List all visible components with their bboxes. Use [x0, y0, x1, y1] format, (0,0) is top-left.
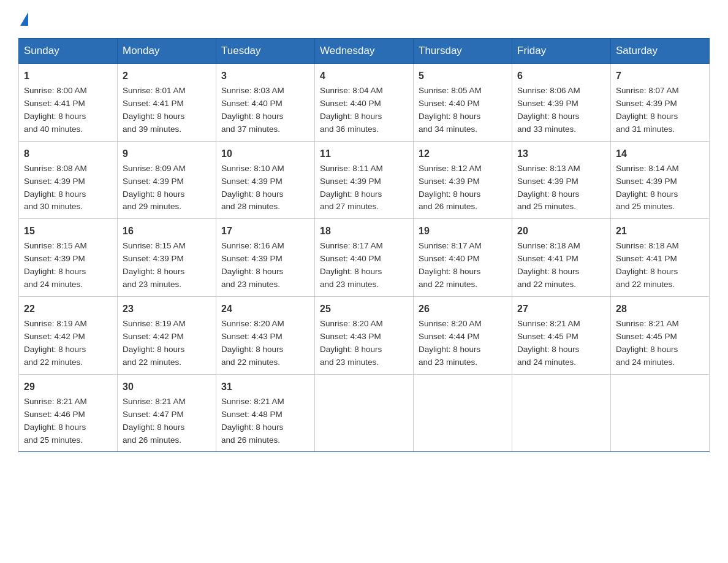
day-info: Sunrise: 8:10 AMSunset: 4:39 PMDaylight:…: [221, 164, 284, 212]
day-number: 15: [24, 224, 112, 239]
weekday-header-row: SundayMondayTuesdayWednesdayThursdayFrid…: [19, 39, 710, 64]
calendar-cell: 15 Sunrise: 8:15 AMSunset: 4:39 PMDaylig…: [19, 219, 118, 297]
day-info: Sunrise: 8:11 AMSunset: 4:39 PMDaylight:…: [320, 164, 383, 212]
weekday-header-friday: Friday: [512, 39, 611, 64]
calendar-week-2: 8 Sunrise: 8:08 AMSunset: 4:39 PMDayligh…: [19, 141, 710, 219]
calendar-cell: 13 Sunrise: 8:13 AMSunset: 4:39 PMDaylig…: [512, 141, 611, 219]
day-number: 21: [616, 224, 704, 239]
calendar-week-5: 29 Sunrise: 8:21 AMSunset: 4:46 PMDaylig…: [19, 374, 710, 452]
day-number: 9: [123, 147, 211, 161]
day-info: Sunrise: 8:06 AMSunset: 4:39 PMDaylight:…: [517, 86, 580, 134]
day-info: Sunrise: 8:04 AMSunset: 4:40 PMDaylight:…: [320, 86, 383, 134]
day-number: 10: [221, 147, 309, 161]
day-number: 28: [616, 302, 704, 316]
day-number: 4: [320, 69, 408, 83]
calendar-cell: 16 Sunrise: 8:15 AMSunset: 4:39 PMDaylig…: [118, 219, 216, 297]
day-number: 1: [24, 69, 112, 83]
calendar-cell: [512, 374, 611, 452]
day-number: 5: [419, 69, 507, 83]
calendar-cell: 9 Sunrise: 8:09 AMSunset: 4:39 PMDayligh…: [118, 141, 216, 219]
day-info: Sunrise: 8:18 AMSunset: 4:41 PMDaylight:…: [616, 241, 679, 289]
calendar-cell: 7 Sunrise: 8:07 AMSunset: 4:39 PMDayligh…: [611, 64, 710, 142]
day-info: Sunrise: 8:17 AMSunset: 4:40 PMDaylight:…: [419, 241, 482, 289]
weekday-header-wednesday: Wednesday: [315, 39, 414, 64]
day-number: 31: [221, 380, 309, 394]
weekday-header-sunday: Sunday: [19, 39, 118, 64]
day-number: 24: [221, 302, 309, 316]
day-info: Sunrise: 8:03 AMSunset: 4:40 PMDaylight:…: [221, 86, 284, 134]
calendar-cell: 27 Sunrise: 8:21 AMSunset: 4:45 PMDaylig…: [512, 297, 611, 375]
weekday-header-saturday: Saturday: [611, 39, 710, 64]
calendar-cell: 12 Sunrise: 8:12 AMSunset: 4:39 PMDaylig…: [414, 141, 512, 219]
day-number: 23: [123, 302, 211, 316]
day-info: Sunrise: 8:15 AMSunset: 4:39 PMDaylight:…: [24, 241, 87, 289]
day-info: Sunrise: 8:05 AMSunset: 4:40 PMDaylight:…: [419, 86, 482, 134]
day-number: 27: [517, 302, 605, 316]
day-number: 2: [123, 69, 211, 83]
calendar-cell: 17 Sunrise: 8:16 AMSunset: 4:39 PMDaylig…: [216, 219, 315, 297]
day-number: 13: [517, 147, 605, 161]
calendar-cell: 30 Sunrise: 8:21 AMSunset: 4:47 PMDaylig…: [118, 374, 216, 452]
calendar-cell: 3 Sunrise: 8:03 AMSunset: 4:40 PMDayligh…: [216, 64, 315, 142]
calendar-table: SundayMondayTuesdayWednesdayThursdayFrid…: [18, 38, 710, 452]
calendar-cell: 22 Sunrise: 8:19 AMSunset: 4:42 PMDaylig…: [19, 297, 118, 375]
day-info: Sunrise: 8:21 AMSunset: 4:46 PMDaylight:…: [24, 397, 87, 445]
calendar-cell: 24 Sunrise: 8:20 AMSunset: 4:43 PMDaylig…: [216, 297, 315, 375]
day-number: 26: [419, 302, 507, 316]
calendar-cell: [414, 374, 512, 452]
calendar-cell: 2 Sunrise: 8:01 AMSunset: 4:41 PMDayligh…: [118, 64, 216, 142]
day-number: 22: [24, 302, 112, 316]
day-info: Sunrise: 8:21 AMSunset: 4:47 PMDaylight:…: [123, 397, 186, 445]
day-number: 6: [517, 69, 605, 83]
calendar-cell: 31 Sunrise: 8:21 AMSunset: 4:48 PMDaylig…: [216, 374, 315, 452]
day-info: Sunrise: 8:21 AMSunset: 4:48 PMDaylight:…: [221, 397, 284, 445]
day-number: 25: [320, 302, 408, 316]
calendar-cell: 19 Sunrise: 8:17 AMSunset: 4:40 PMDaylig…: [414, 219, 512, 297]
day-info: Sunrise: 8:21 AMSunset: 4:45 PMDaylight:…: [517, 319, 580, 367]
weekday-header-thursday: Thursday: [414, 39, 512, 64]
calendar-cell: 26 Sunrise: 8:20 AMSunset: 4:44 PMDaylig…: [414, 297, 512, 375]
calendar-week-1: 1 Sunrise: 8:00 AMSunset: 4:41 PMDayligh…: [19, 64, 710, 142]
weekday-header-tuesday: Tuesday: [216, 39, 315, 64]
day-info: Sunrise: 8:12 AMSunset: 4:39 PMDaylight:…: [419, 164, 482, 212]
day-info: Sunrise: 8:16 AMSunset: 4:39 PMDaylight:…: [221, 241, 284, 289]
calendar-cell: [315, 374, 414, 452]
day-number: 17: [221, 224, 309, 239]
day-number: 30: [123, 380, 211, 394]
logo: [18, 12, 28, 26]
day-number: 20: [517, 224, 605, 239]
day-number: 18: [320, 224, 408, 239]
day-number: 16: [123, 224, 211, 239]
weekday-header-monday: Monday: [118, 39, 216, 64]
calendar-cell: 8 Sunrise: 8:08 AMSunset: 4:39 PMDayligh…: [19, 141, 118, 219]
day-info: Sunrise: 8:14 AMSunset: 4:39 PMDaylight:…: [616, 164, 679, 212]
calendar-cell: 4 Sunrise: 8:04 AMSunset: 4:40 PMDayligh…: [315, 64, 414, 142]
day-info: Sunrise: 8:20 AMSunset: 4:43 PMDaylight:…: [320, 319, 383, 367]
calendar-cell: 10 Sunrise: 8:10 AMSunset: 4:39 PMDaylig…: [216, 141, 315, 219]
calendar-cell: [611, 374, 710, 452]
day-number: 7: [616, 69, 704, 83]
day-number: 29: [24, 380, 112, 394]
calendar-week-4: 22 Sunrise: 8:19 AMSunset: 4:42 PMDaylig…: [19, 297, 710, 375]
calendar-cell: 21 Sunrise: 8:18 AMSunset: 4:41 PMDaylig…: [611, 219, 710, 297]
calendar-cell: 18 Sunrise: 8:17 AMSunset: 4:40 PMDaylig…: [315, 219, 414, 297]
calendar-cell: 5 Sunrise: 8:05 AMSunset: 4:40 PMDayligh…: [414, 64, 512, 142]
day-info: Sunrise: 8:07 AMSunset: 4:39 PMDaylight:…: [616, 86, 679, 134]
day-info: Sunrise: 8:13 AMSunset: 4:39 PMDaylight:…: [517, 164, 580, 212]
day-info: Sunrise: 8:19 AMSunset: 4:42 PMDaylight:…: [24, 319, 87, 367]
page-header: [18, 12, 710, 26]
day-info: Sunrise: 8:21 AMSunset: 4:45 PMDaylight:…: [616, 319, 679, 367]
day-info: Sunrise: 8:09 AMSunset: 4:39 PMDaylight:…: [123, 164, 186, 212]
day-number: 3: [221, 69, 309, 83]
day-info: Sunrise: 8:15 AMSunset: 4:39 PMDaylight:…: [123, 241, 186, 289]
calendar-cell: 11 Sunrise: 8:11 AMSunset: 4:39 PMDaylig…: [315, 141, 414, 219]
day-info: Sunrise: 8:08 AMSunset: 4:39 PMDaylight:…: [24, 164, 87, 212]
day-number: 8: [24, 147, 112, 161]
day-number: 14: [616, 147, 704, 161]
calendar-cell: 14 Sunrise: 8:14 AMSunset: 4:39 PMDaylig…: [611, 141, 710, 219]
day-number: 19: [419, 224, 507, 239]
calendar-cell: 23 Sunrise: 8:19 AMSunset: 4:42 PMDaylig…: [118, 297, 216, 375]
day-info: Sunrise: 8:20 AMSunset: 4:43 PMDaylight:…: [221, 319, 284, 367]
calendar-cell: 28 Sunrise: 8:21 AMSunset: 4:45 PMDaylig…: [611, 297, 710, 375]
calendar-week-3: 15 Sunrise: 8:15 AMSunset: 4:39 PMDaylig…: [19, 219, 710, 297]
